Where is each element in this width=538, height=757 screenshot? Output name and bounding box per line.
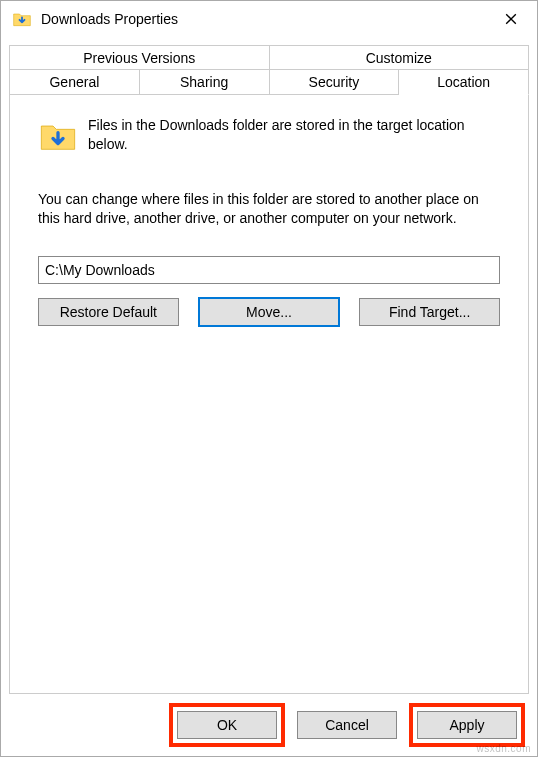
close-button[interactable]: [489, 3, 533, 35]
tab-strip: Previous Versions Customize General Shar…: [9, 45, 529, 95]
tab-location[interactable]: Location: [399, 69, 529, 95]
apply-button[interactable]: Apply: [417, 711, 517, 739]
description-text: You can change where files in this folde…: [38, 190, 500, 228]
dialog-body: Previous Versions Customize General Shar…: [1, 37, 537, 694]
location-action-row: Restore Default Move... Find Target...: [38, 298, 500, 326]
titlebar: Downloads Properties: [1, 1, 537, 37]
ok-button[interactable]: OK: [177, 711, 277, 739]
tab-general[interactable]: General: [9, 69, 140, 95]
cancel-button[interactable]: Cancel: [297, 711, 397, 739]
restore-default-button[interactable]: Restore Default: [38, 298, 179, 326]
tab-previous-versions[interactable]: Previous Versions: [9, 45, 270, 70]
downloads-folder-icon: [11, 8, 33, 30]
find-target-button[interactable]: Find Target...: [359, 298, 500, 326]
intro-text: Files in the Downloads folder are stored…: [88, 116, 500, 154]
move-button[interactable]: Move...: [199, 298, 340, 326]
apply-highlight: Apply: [409, 703, 525, 747]
tab-customize[interactable]: Customize: [270, 45, 530, 70]
window-title: Downloads Properties: [41, 11, 489, 27]
downloads-folder-large-icon: [38, 116, 78, 156]
tab-security[interactable]: Security: [270, 69, 400, 95]
location-path-input[interactable]: [38, 256, 500, 284]
tab-panel-location: Files in the Downloads folder are stored…: [9, 94, 529, 694]
tab-sharing[interactable]: Sharing: [140, 69, 270, 95]
ok-highlight: OK: [169, 703, 285, 747]
properties-dialog: Downloads Properties Previous Versions C…: [0, 0, 538, 757]
dialog-footer: OK Cancel Apply wsxdn.com: [1, 694, 537, 756]
